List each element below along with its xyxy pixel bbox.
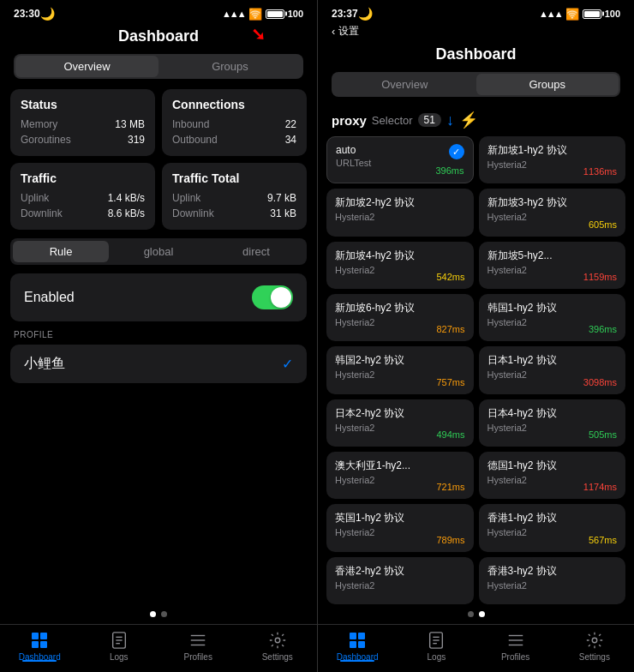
- logs-icon-right: [426, 630, 446, 651]
- back-chevron: ‹: [332, 25, 335, 38]
- profile-row[interactable]: 小鲤鱼 ✓: [10, 345, 307, 383]
- enabled-toggle[interactable]: [252, 285, 293, 309]
- proxy-card-latency: 3098ms: [583, 377, 617, 387]
- enabled-toggle-row[interactable]: Enabled: [10, 273, 307, 321]
- proxy-card-name: 英国1-hy2 协议: [335, 511, 465, 525]
- total-downlink-row: Downlink 31 kB: [172, 206, 296, 221]
- segment-control-left: Overview Groups: [14, 54, 303, 79]
- svg-rect-2: [32, 641, 39, 648]
- logs-label-right: Logs: [428, 652, 446, 662]
- proxy-card[interactable]: 英国1-hy2 协议Hysteria2789ms: [326, 504, 474, 551]
- proxy-card[interactable]: 韩国1-hy2 协议Hysteria2396ms: [479, 294, 626, 341]
- proxy-card-latency: 1174ms: [583, 482, 617, 492]
- proxy-card[interactable]: 新加坡6-hy2 协议Hysteria2827ms: [326, 294, 474, 341]
- proxy-card[interactable]: 新加坡2-hy2 协议Hysteria2: [326, 189, 474, 236]
- profile-section: PROFILE 小鲤鱼 ✓: [10, 330, 307, 383]
- proxy-card-latency: 494ms: [436, 429, 464, 440]
- proxy-type: Selector: [372, 114, 413, 127]
- proxy-card-latency: 542ms: [436, 272, 464, 282]
- page-title-right: Dashboard: [318, 42, 634, 72]
- proxy-card[interactable]: 日本2-hy2 协议Hysteria2494ms: [326, 399, 474, 447]
- proxy-card-name: 新加坡1-hy2 协议: [487, 143, 618, 158]
- svg-point-11: [275, 638, 280, 643]
- tab-profiles-left[interactable]: Profiles: [158, 630, 238, 662]
- wifi-icon-right: 🛜: [565, 8, 579, 21]
- battery-pct-left: 100: [288, 9, 303, 19]
- proxy-card-latency: 1136ms: [583, 166, 617, 177]
- proxy-card[interactable]: 新加坡1-hy2 协议Hysteria21136ms: [479, 136, 626, 183]
- memory-row: Memory 13 MB: [21, 117, 145, 132]
- page-title-left: Dashboard ➘: [0, 24, 317, 54]
- connections-card: Connections Inbound 22 Outbound 34: [162, 89, 307, 156]
- tab-settings-right[interactable]: Settings: [555, 630, 634, 662]
- logs-label-left: Logs: [110, 652, 129, 662]
- profiles-label-right: Profiles: [501, 652, 529, 662]
- proxy-card[interactable]: 日本1-hy2 协议Hysteria23098ms: [479, 346, 626, 393]
- tab-profiles-right[interactable]: Profiles: [476, 630, 555, 662]
- tab-groups-right[interactable]: Groups: [476, 74, 619, 95]
- selected-check-icon: ✓: [449, 144, 464, 159]
- tab-logs-left[interactable]: Logs: [80, 630, 159, 662]
- tab-overview-left[interactable]: Overview: [15, 56, 158, 77]
- bolt-icon[interactable]: ⚡: [459, 111, 478, 129]
- proxy-card-latency: 396ms: [435, 165, 464, 176]
- proxy-card-type: Hysteria2: [487, 580, 618, 591]
- svg-rect-0: [32, 633, 39, 639]
- proxy-name: proxy: [332, 113, 367, 128]
- mode-global[interactable]: global: [111, 241, 206, 262]
- back-nav[interactable]: ‹ 设置: [318, 24, 634, 42]
- proxy-card[interactable]: 新加坡5-hy2...Hysteria21159ms: [479, 242, 626, 289]
- tab-logs-right[interactable]: Logs: [397, 630, 476, 662]
- time-right: 23:37: [332, 8, 358, 20]
- svg-rect-12: [350, 633, 356, 639]
- settings-icon-left: [267, 630, 288, 651]
- logs-icon-left: [109, 630, 129, 651]
- wifi-icon-left: 🛜: [248, 8, 262, 21]
- proxy-card[interactable]: 韩国2-hy2 协议Hysteria2757ms: [326, 346, 474, 393]
- total-uplink-row: Uplink 9.7 kB: [172, 190, 296, 206]
- proxy-card[interactable]: 香港3-hy2 协议Hysteria2: [479, 557, 626, 604]
- dashboard-icon-right: [347, 630, 368, 651]
- tab-active-bar-right: [340, 660, 374, 662]
- proxy-card-latency: 567ms: [589, 535, 617, 545]
- proxy-card-name: 德国1-hy2 协议: [487, 459, 618, 473]
- battery-pct-right: 100: [605, 9, 620, 19]
- proxy-card[interactable]: 香港1-hy2 协议Hysteria2567ms: [479, 504, 626, 551]
- dot-2-left: [161, 611, 167, 617]
- proxy-card-name: 日本4-hy2 协议: [487, 406, 618, 421]
- proxy-card-latency: 827ms: [436, 324, 464, 334]
- tab-settings-left[interactable]: Settings: [238, 630, 318, 662]
- time-left: 23:30: [14, 8, 40, 20]
- proxy-card-name: 韩国2-hy2 协议: [335, 353, 465, 368]
- proxy-card[interactable]: 澳大利亚1-hy2...Hysteria2721ms: [326, 452, 474, 499]
- tab-groups-left[interactable]: Groups: [158, 56, 302, 77]
- proxy-card-name: 新加坡5-hy2...: [487, 249, 618, 263]
- signal-icon-right: ▲▲▲: [539, 9, 562, 19]
- mode-direct[interactable]: direct: [208, 241, 304, 262]
- proxy-card[interactable]: autoURLTest✓396ms: [326, 136, 474, 183]
- moon-icon-left: 🌙: [40, 7, 55, 21]
- tab-overview-right[interactable]: Overview: [333, 74, 476, 95]
- tab-dashboard-right[interactable]: Dashboard: [318, 630, 397, 662]
- tab-dashboard-left[interactable]: Dashboard: [0, 630, 80, 662]
- download-icon[interactable]: ↓: [446, 111, 454, 129]
- proxy-card-name: 香港3-hy2 协议: [487, 564, 618, 579]
- inbound-row: Inbound 22: [172, 117, 296, 132]
- mode-rule[interactable]: Rule: [13, 241, 109, 262]
- proxy-header: proxy Selector 51 ↓ ⚡: [318, 107, 634, 136]
- signal-icon-left: ▲▲▲: [222, 9, 245, 19]
- proxy-card-name: 澳大利亚1-hy2...: [335, 459, 465, 473]
- proxy-card[interactable]: 新加坡4-hy2 协议Hysteria2542ms: [326, 242, 474, 289]
- right-panel: 23:37 🌙 ▲▲▲ 🛜 100 ‹ 设置 Dashboard Overvie…: [317, 0, 634, 672]
- battery-left: [266, 9, 284, 19]
- proxy-card[interactable]: 日本4-hy2 协议Hysteria2505ms: [479, 399, 626, 447]
- proxy-card[interactable]: 德国1-hy2 协议Hysteria21174ms: [479, 452, 626, 499]
- proxy-card-latency: 1159ms: [583, 272, 617, 282]
- svg-rect-15: [358, 641, 365, 648]
- proxy-card[interactable]: 香港2-hy2 协议Hysteria2: [326, 557, 474, 604]
- svg-rect-14: [350, 641, 356, 648]
- settings-label-right: Settings: [579, 652, 610, 662]
- proxy-card[interactable]: 新加坡3-hy2 协议Hysteria2605ms: [479, 189, 626, 236]
- segment-control-right: Overview Groups: [332, 72, 620, 97]
- traffic-card-title: Traffic: [21, 171, 145, 185]
